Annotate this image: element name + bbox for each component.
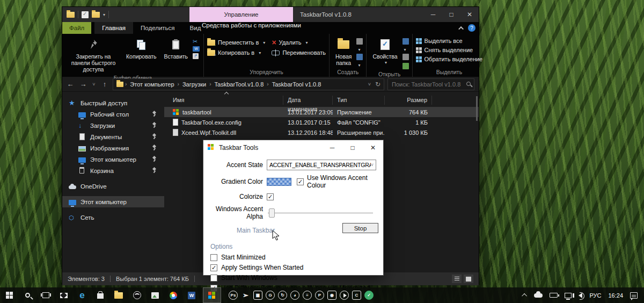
player-app-button[interactable] — [340, 291, 349, 300]
hidden-icons-chevron-icon[interactable] — [522, 293, 528, 299]
back-icon[interactable]: ← — [65, 80, 75, 88]
copy-button[interactable]: Копировать — [123, 36, 159, 61]
column-header-type[interactable]: Тип — [333, 96, 385, 105]
minimize-button[interactable]: ─ — [424, 7, 442, 22]
task-view-button[interactable] — [36, 287, 55, 303]
gradient-color-swatch[interactable] — [267, 178, 291, 186]
colorize-checkbox[interactable]: ✓ — [267, 193, 274, 200]
tab-home[interactable]: Главная — [94, 22, 133, 34]
forward-icon[interactable]: → — [78, 80, 88, 88]
volume-icon[interactable] — [579, 293, 582, 298]
maximize-button[interactable]: □ — [442, 7, 460, 22]
easy-access-icon[interactable] — [356, 38, 363, 52]
collapse-ribbon-icon[interactable] — [458, 26, 464, 31]
search-box[interactable] — [387, 78, 474, 90]
rename-button[interactable]: Переименовать — [272, 49, 326, 56]
store-app-button[interactable] — [91, 287, 109, 303]
paper-plane-app-button[interactable]: ➢ — [241, 291, 250, 300]
edge-app-button[interactable]: e — [73, 287, 91, 303]
sidebar-item-desktop[interactable]: Рабочий стол — [62, 109, 164, 120]
contextual-tab-manage[interactable]: Управление — [189, 7, 293, 22]
taskbartool-app-button[interactable] — [203, 287, 221, 303]
breadcrumb-downloads[interactable]: Загрузки — [181, 81, 208, 88]
sort-ascending-icon[interactable] — [224, 92, 229, 95]
accent-state-dropdown[interactable]: ACCENT_ENABLE_TRANSPARENTGRAD ˅ — [267, 160, 376, 170]
sidebar-item-recycle-bin[interactable]: Корзина — [62, 165, 164, 176]
new-folder-button[interactable]: Новая папка — [333, 36, 354, 68]
photoshop-app-button[interactable]: Ps — [229, 291, 238, 300]
onedrive-tray-icon[interactable] — [534, 293, 543, 298]
refresh-icon[interactable]: ↻ — [375, 81, 380, 88]
eye-circle-app-button[interactable]: ◕ — [290, 291, 299, 300]
move-to-button[interactable]: Переместить в — [207, 39, 265, 46]
sidebar-item-downloads[interactable]: ↓ Загрузки — [62, 120, 164, 131]
sidebar-item-quick-access[interactable]: ★ Быстрый доступ — [62, 97, 164, 109]
pin-to-quick-access-button[interactable]: Закрепить на панели быстрого доступа — [65, 36, 121, 74]
sidebar-item-onedrive[interactable]: OneDrive — [62, 181, 164, 192]
p-circle-app-button[interactable]: P — [315, 291, 324, 300]
delete-button[interactable]: × Удалить — [272, 39, 326, 46]
search-input[interactable] — [388, 79, 474, 90]
select-none-button[interactable]: Снять выделение — [416, 47, 483, 53]
scrollbar-thumb[interactable] — [476, 96, 478, 121]
folder-icon[interactable] — [67, 12, 75, 18]
language-indicator[interactable]: РУС — [589, 292, 601, 299]
tab-application-tools[interactable]: Средства работы с приложениями — [194, 22, 309, 28]
breadcrumb-folder-zip[interactable]: TaskbarTool.v1.0.8 — [213, 81, 266, 88]
action-center-icon[interactable] — [630, 292, 638, 299]
main-taskbar-tab[interactable]: Main Taskbar — [237, 227, 275, 234]
clock[interactable]: 16:24 — [608, 292, 623, 299]
tab-file[interactable]: Файл — [62, 22, 91, 34]
sidebar-item-this-pc[interactable]: Этот компьютер — [62, 196, 164, 207]
battery-icon[interactable] — [550, 293, 558, 298]
sidebar-item-documents[interactable]: Документы — [62, 131, 164, 142]
copy-path-icon[interactable]: W — [193, 46, 200, 52]
new-item-icon[interactable] — [356, 54, 363, 68]
file-row-taskbartool[interactable]: taskbartool 13.01.2017 23:09 Приложение … — [164, 107, 479, 117]
paste-button[interactable]: Вставить — [162, 36, 191, 61]
new-folder-quick-icon[interactable] — [92, 12, 100, 18]
image-viewer-app-button[interactable]: ▦ — [253, 291, 262, 300]
photos-app-button[interactable] — [146, 287, 164, 303]
green-leaf-app-button[interactable]: ✓ — [364, 291, 374, 300]
option-apply-settings[interactable]: ✓ Apply Settings When Started — [210, 264, 383, 271]
word-app-button[interactable]: W — [182, 287, 201, 303]
invert-selection-button[interactable]: Обратить выделение — [416, 56, 483, 62]
stop-button[interactable]: Stop — [342, 223, 378, 233]
start-button[interactable] — [0, 287, 18, 303]
mail-app-button[interactable] — [55, 287, 73, 303]
use-windows-accent-checkbox[interactable]: ✓ — [297, 178, 304, 185]
help-icon[interactable]: ? — [468, 24, 475, 32]
checkbox[interactable] — [210, 275, 217, 282]
lines-circle-app-button[interactable]: ≡ — [303, 291, 312, 300]
maximize-button[interactable]: □ — [342, 140, 363, 155]
tab-share[interactable]: Поделиться — [133, 22, 182, 34]
checkbox[interactable] — [210, 254, 217, 261]
chrome-app-button[interactable] — [164, 287, 182, 303]
properties-quick-icon[interactable] — [82, 11, 89, 18]
taskbar-search-button[interactable] — [18, 287, 36, 303]
checkbox[interactable]: ✓ — [210, 264, 217, 271]
recent-locations-chevron-icon[interactable]: ˅ — [91, 82, 97, 87]
breadcrumb-this-pc[interactable]: Этот компьютер — [128, 81, 175, 88]
column-header-name[interactable]: Имя — [164, 96, 283, 105]
option-start-with-windows[interactable]: Start With Windows — [210, 274, 383, 282]
c-app-button[interactable]: C — [352, 291, 361, 300]
file-row-config[interactable]: TaskbarTool.exe.config 13.01.2017 0:15 Ф… — [164, 117, 479, 127]
option-start-minimized[interactable]: Start Minimized — [210, 254, 383, 261]
minimize-button[interactable]: ─ — [322, 140, 342, 155]
select-all-button[interactable]: Выделить все — [416, 38, 483, 44]
cut-icon[interactable]: ✂ — [193, 38, 200, 45]
paste-shortcut-icon[interactable]: ↱ — [193, 53, 199, 59]
slider-thumb[interactable] — [269, 208, 275, 218]
sidebar-item-network[interactable]: ⬡ Сеть — [62, 212, 164, 223]
accent-alpha-slider[interactable] — [268, 212, 373, 214]
sidebar-item-this-pc-pinned[interactable]: Этот компьютер — [62, 154, 164, 165]
sidebar-item-pictures[interactable]: Изображения — [62, 142, 164, 154]
camera-app-button[interactable]: ◉ — [327, 291, 336, 300]
thumbnails-view-button[interactable] — [464, 275, 473, 283]
refresh-circle-app-button[interactable]: ↻ — [278, 291, 287, 300]
swirl-app-button[interactable]: G — [266, 291, 275, 300]
copy-to-button[interactable]: Копировать в — [207, 49, 265, 56]
qat-customize-chevron-icon[interactable]: ▾ — [103, 12, 105, 17]
